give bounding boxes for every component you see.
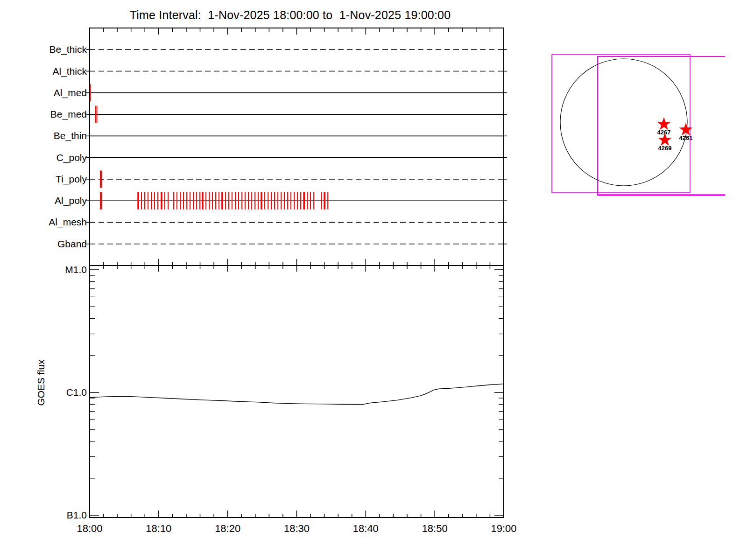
exposure-tick-Al_poly [238,192,239,210]
exposure-tick-Al_poly [300,192,301,210]
active-region-label-4261: 4261 [672,135,700,141]
exposure-tick-Al_poly [228,192,229,210]
exposure-tick-Al_poly [221,192,223,210]
exposure-tick-Al_poly [196,192,197,210]
exposure-tick-Al_poly [321,192,322,210]
filter-label-Al_mesh: Al_mesh [17,217,87,227]
exposure-tick-Al_poly [251,192,252,210]
xtick-18:20: 18:20 [207,524,249,534]
exposure-tick-Al_poly [268,192,268,210]
exposure-tick-Al_poly [151,192,152,210]
exposure-tick-Ti_poly [101,170,102,188]
fov-box-1 [552,55,690,193]
exposure-tick-Al_poly [324,192,325,210]
exposure-tick-Al_poly [168,192,169,210]
exposure-tick-Al_poly [141,192,142,210]
exposure-tick-Al_poly [199,192,200,210]
xrt-timeline-figure: Time Interval: 1-Nov-2025 18:00:00 to 1-… [0,0,747,560]
exposure-tick-Al_poly [327,192,328,210]
exposure-tick-Al_poly [202,192,204,210]
exposure-tick-Al_poly [215,192,216,210]
xtick-18:30: 18:30 [276,524,318,534]
xrt-filter-panel-border [90,28,504,266]
exposure-tick-Al_poly [186,192,187,210]
exposure-tick-Al_poly [154,192,155,210]
filter-label-Ti_poly: Ti_poly [17,174,87,184]
exposure-tick-Al_poly [277,192,278,210]
exposure-tick-Al_poly [148,192,148,210]
exposure-tick-Al_poly [173,192,174,210]
exposure-tick-Al_poly [144,192,145,210]
exposure-tick-Al_poly [183,192,184,210]
goes-panel-border [90,266,504,518]
xtick-18:10: 18:10 [138,524,180,534]
goes-flux-axis-label: GOES flux [35,359,47,406]
exposure-tick-Al_poly [258,192,259,210]
exposure-tick-Al_poly [235,192,236,210]
exposure-tick-Al_poly [281,192,282,210]
filter-label-Gband: Gband [17,239,87,249]
exposure-tick-Al_poly [303,192,305,210]
xtick-19:00: 19:00 [483,524,525,534]
exposure-tick-Al_poly [218,192,219,210]
exposure-tick-Al_poly [157,192,158,210]
exposure-tick-Al_poly [137,192,139,210]
filter-label-Al_poly: Al_poly [17,196,87,205]
exposure-tick-Al_poly [164,192,165,210]
exposure-tick-Al_poly [176,192,177,210]
exposure-tick-Al_poly [313,192,314,210]
xtick-18:50: 18:50 [414,524,456,534]
exposure-tick-Al_poly [254,192,255,210]
exposure-tick-Al_poly [294,192,295,210]
exposure-tick-Be_med [97,106,98,123]
exposure-tick-Al_poly [101,192,102,210]
exposure-tick-Al_poly [261,192,262,210]
exposure-tick-Al_poly [274,192,275,210]
exposure-tick-Al_poly [161,192,162,210]
exposure-tick-Be_med [95,106,96,123]
exposure-tick-Al_poly [241,192,242,210]
exposure-tick-Al_poly [290,192,291,210]
exposure-tick-Al_poly [307,192,308,210]
exposure-tick-Al_poly [271,192,272,210]
page-title: Time Interval: 1-Nov-2025 18:00:00 to 1-… [83,8,497,22]
exposure-tick-Ti_poly [100,170,101,188]
goes-ytick-B1.0: B1.0 [45,510,87,520]
exposure-tick-Al_poly [190,192,190,210]
exposure-tick-Al_poly [205,192,206,210]
goes-ytick-C1.0: C1.0 [45,387,87,397]
exposure-tick-Al_poly [212,192,213,210]
exposure-tick-Al_med [90,84,91,101]
xtick-18:40: 18:40 [345,524,387,534]
goes-flux-curve [90,384,504,405]
filter-label-Be_thin: Be_thin [17,131,87,140]
exposure-tick-Al_poly [284,192,285,210]
exposure-tick-Al_poly [232,192,233,210]
filter-label-Be_thick: Be_thick [17,44,87,54]
active-region-star-4261 [679,123,693,135]
xtick-18:00: 18:00 [69,524,111,534]
active-region-star-4267 [657,117,671,130]
exposure-tick-Al_poly [310,192,311,210]
goes-ytick-M1.0: M1.0 [45,265,87,274]
filter-label-Al_med: Al_med [17,88,87,98]
exposure-tick-Al_poly [180,192,181,210]
exposure-tick-Al_poly [264,192,265,210]
exposure-tick-Al_poly [245,192,246,210]
exposure-tick-Al_poly [225,192,226,210]
exposure-tick-Al_poly [209,192,210,210]
exposure-tick-Al_poly [248,192,249,210]
filter-label-Al_thick: Al_thick [17,66,87,76]
exposure-tick-Al_poly [100,192,101,210]
filter-label-C_poly: C_poly [17,153,87,162]
active-region-label-4269: 4269 [651,145,679,151]
exposure-tick-Al_poly [287,192,288,210]
plot-svg [0,0,747,560]
filter-label-Be_med: Be_med [17,109,87,119]
exposure-tick-Al_poly [193,192,194,210]
exposure-tick-Al_poly [297,192,298,210]
